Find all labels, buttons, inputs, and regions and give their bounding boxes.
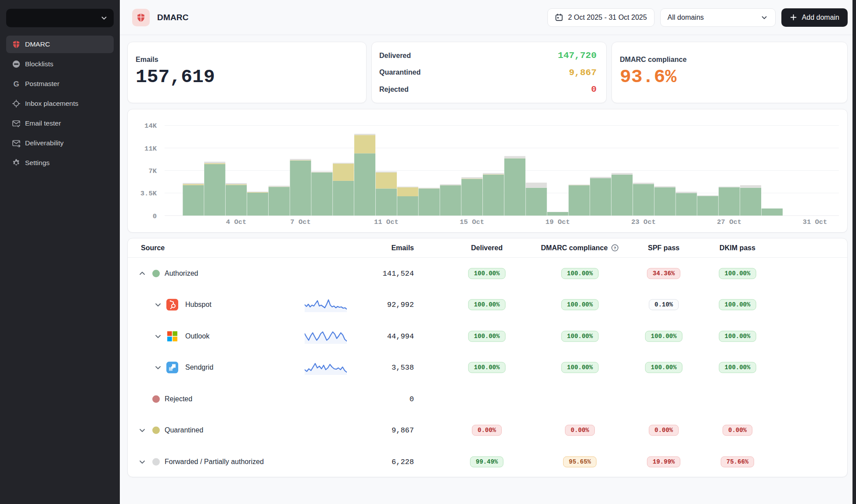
sidebar-item-blocklists[interactable]: Blocklists: [6, 55, 114, 73]
sidebar-item-postmaster[interactable]: GPostmaster: [6, 75, 114, 93]
emails-count: 6,228: [337, 457, 414, 466]
envelope-arrow-icon: [12, 139, 21, 148]
svg-text:?: ?: [614, 245, 616, 250]
table-header: SourceEmailsDeliveredDMARC compliance ?S…: [128, 238, 847, 258]
add-domain-button[interactable]: Add domain: [781, 8, 848, 27]
category-dot: [152, 458, 160, 465]
category-dot: [152, 427, 160, 434]
sidebar-item-inbox-placements[interactable]: Inbox placements: [6, 95, 114, 112]
date-range-label: 2 Oct 2025 - 31 Oct 2025: [568, 14, 647, 22]
quarantined-value: 9,867: [569, 68, 597, 78]
envelope-check-icon: [12, 119, 21, 128]
percentage-badge: 100.00%: [561, 331, 599, 342]
svg-text:11 Oct: 11 Oct: [374, 218, 399, 226]
dmarc-shield-badge: [132, 9, 150, 26]
percentage-badge: 100.00%: [468, 299, 506, 310]
sidebar-item-label: Settings: [25, 159, 50, 167]
emails-count: 0: [337, 395, 414, 403]
svg-text:15 Oct: 15 Oct: [460, 218, 484, 226]
svg-text:19 Oct: 19 Oct: [546, 218, 570, 226]
percentage-badge: 100.00%: [719, 331, 756, 342]
source-label: Quarantined: [165, 426, 203, 434]
svg-text:23 Oct: 23 Oct: [631, 218, 656, 226]
col-header-dmarc-compliance: DMARC compliance ?: [541, 244, 619, 252]
gear-icon: [12, 158, 21, 167]
delivery-breakdown-card: Delivered 147,720 Quarantined 9,867 Reje…: [371, 42, 607, 103]
svg-text:7K: 7K: [148, 167, 157, 175]
svg-text:31 Oct: 31 Oct: [803, 218, 827, 226]
collapse-chevron-icon[interactable]: [138, 270, 146, 277]
content: Emails 157,619 Delivered 147,720 Quarant…: [120, 35, 856, 477]
stacked-bar-chart: 03.5K7K11K14K4 Oct7 Oct11 Oct15 Oct19 Oc…: [128, 109, 847, 232]
percentage-badge: 100.00%: [468, 331, 506, 342]
sidebar-item-label: Email tester: [25, 119, 61, 127]
percentage-badge: 34.36%: [647, 268, 680, 279]
percentage-badge: 100.00%: [719, 268, 756, 279]
sidebar: DMARCBlocklistsGPostmasterInbox placemen…: [0, 0, 120, 504]
delivered-label: Delivered: [379, 52, 411, 60]
emails-count: 9,867: [337, 426, 414, 435]
calendar-icon: [555, 13, 563, 22]
percentage-badge: 100.00%: [561, 299, 599, 310]
shield-icon: [12, 40, 21, 49]
svg-text:G: G: [13, 80, 19, 88]
table-row-rejected: Rejected0: [128, 383, 847, 415]
percentage-badge: 75.66%: [721, 456, 754, 467]
chevron-down-icon: [760, 14, 768, 22]
sidebar-item-settings[interactable]: Settings: [6, 154, 114, 172]
sidebar-item-label: Blocklists: [25, 60, 54, 68]
sidebar-item-dmarc[interactable]: DMARC: [6, 36, 114, 53]
expand-chevron-icon[interactable]: [154, 332, 162, 340]
sidebar-item-label: Inbox placements: [25, 100, 79, 108]
sendgrid-icon: [166, 362, 178, 374]
compliance-card: DMARC compliance 93.6%: [611, 42, 848, 103]
percentage-badge: 100.00%: [561, 362, 599, 373]
plus-icon: [790, 14, 797, 21]
percentage-badge: 0.10%: [649, 299, 679, 310]
emails-label: Emails: [136, 56, 358, 64]
expand-chevron-icon[interactable]: [154, 364, 162, 371]
expand-chevron-icon[interactable]: [138, 426, 146, 434]
table-row-quarantined: Quarantined9,8670.00%0.00%0.00%0.00%: [128, 415, 847, 446]
expand-chevron-icon[interactable]: [138, 458, 146, 466]
col-header-source: Source: [141, 244, 165, 252]
category-dot: [152, 270, 160, 277]
topbar: DMARC 2 Oct 2025 - 31 Oct 2025 All domai…: [120, 0, 856, 35]
col-header-delivered: Delivered: [471, 244, 503, 252]
date-range-button[interactable]: 2 Oct 2025 - 31 Oct 2025: [547, 8, 655, 27]
source-label: Sendgrid: [185, 364, 213, 371]
sources-table: SourceEmailsDeliveredDMARC compliance ?S…: [127, 238, 848, 477]
shield-icon: [136, 13, 146, 22]
svg-text:0: 0: [153, 212, 157, 220]
svg-text:14K: 14K: [144, 122, 157, 130]
page-title: DMARC: [157, 13, 189, 22]
sidebar-item-label: Deliverability: [25, 139, 64, 147]
percentage-badge: 19.99%: [647, 456, 680, 467]
domain-filter-select[interactable]: All domains: [660, 8, 776, 27]
svg-text:3.5K: 3.5K: [140, 190, 157, 198]
percentage-badge: 100.00%: [468, 362, 506, 373]
sidebar-nav: DMARCBlocklistsGPostmasterInbox placemen…: [6, 36, 114, 172]
emails-count: 44,994: [337, 332, 414, 340]
expand-chevron-icon[interactable]: [154, 301, 162, 309]
workspace-selector[interactable]: [6, 9, 114, 27]
percentage-badge: 0.00%: [472, 425, 502, 436]
sidebar-item-email-tester[interactable]: Email tester: [6, 115, 114, 132]
percentage-badge: 100.00%: [561, 268, 599, 279]
sidebar-item-deliverability[interactable]: Deliverability: [6, 134, 114, 152]
outlook-icon: [166, 330, 178, 342]
svg-text:4 Oct: 4 Oct: [226, 218, 247, 226]
percentage-badge: 99.49%: [470, 456, 504, 467]
col-header-emails: Emails: [337, 244, 414, 252]
table-row-authorized: Authorized141,524100.00%100.00%34.36%100…: [128, 258, 847, 289]
rejected-value: 0: [591, 84, 597, 94]
sidebar-item-label: Postmaster: [25, 80, 59, 88]
help-icon[interactable]: ?: [611, 244, 619, 252]
percentage-badge: 0.00%: [649, 425, 679, 436]
col-header-dkim-pass: DKIM pass: [719, 244, 755, 252]
table-row-outlook: Outlook44,994100.00%100.00%100.00%100.00…: [128, 320, 847, 352]
emails-value: 157,619: [136, 66, 358, 88]
main-area: DMARC 2 Oct 2025 - 31 Oct 2025 All domai…: [120, 0, 856, 504]
svg-text:7 Oct: 7 Oct: [290, 218, 311, 226]
google-g-icon: G: [12, 79, 21, 88]
